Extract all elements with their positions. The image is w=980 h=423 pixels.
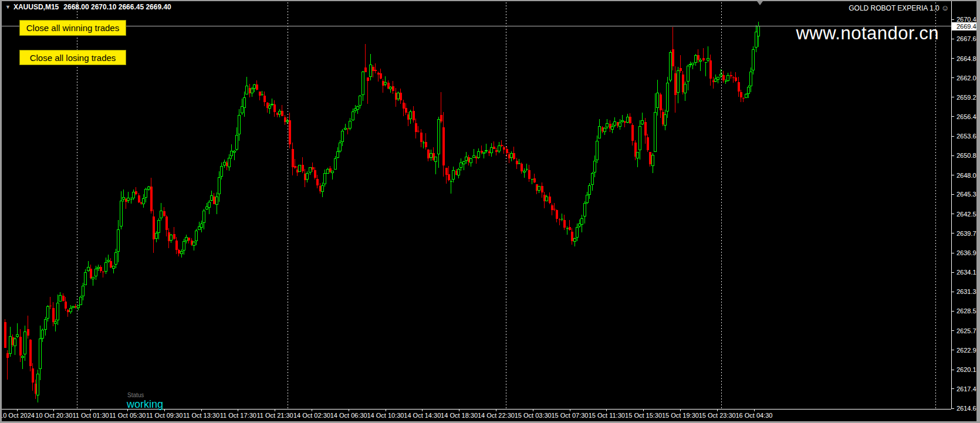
svg-text:2659.25: 2659.25	[957, 94, 976, 101]
svg-text:2650.85: 2650.85	[957, 152, 976, 159]
svg-text:2645.30: 2645.30	[957, 191, 976, 198]
svg-text:15 Oct 03:30: 15 Oct 03:30	[515, 412, 552, 419]
svg-text:14 Oct 22:30: 14 Oct 22:30	[478, 412, 515, 419]
svg-text:2625.75: 2625.75	[957, 327, 976, 334]
svg-text:11 Oct 17:30: 11 Oct 17:30	[220, 412, 256, 419]
svg-text:15 Oct 11:30: 15 Oct 11:30	[589, 412, 625, 419]
svg-text:2639.70: 2639.70	[957, 230, 976, 237]
svg-text:2648.05: 2648.05	[957, 172, 976, 179]
close-winning-trades-button[interactable]: Close all winning trades	[19, 20, 126, 36]
status-value: working	[127, 398, 163, 411]
mt4-chart-window: 2670.402667.602664.802662.002659.252656.…	[0, 0, 980, 423]
svg-text:2664.80: 2664.80	[957, 55, 976, 62]
candlestick-chart[interactable]: 2670.402667.602664.802662.002659.252656.…	[2, 1, 976, 421]
svg-text:2614.60: 2614.60	[957, 405, 976, 412]
symbol-timeframe-label: XAUUSD,M15	[13, 3, 59, 11]
status-label: Status	[127, 392, 144, 398]
robot-badge: GOLD ROBOT EXPERIA 1.0☺	[849, 4, 949, 12]
svg-text:11 Oct 05:30: 11 Oct 05:30	[109, 412, 146, 419]
svg-text:2669.40: 2669.40	[957, 23, 976, 30]
symbol-expand-icon[interactable]: ▼	[5, 4, 11, 10]
svg-text:14 Oct 18:30: 14 Oct 18:30	[441, 412, 478, 419]
svg-text:15 Oct 19:30: 15 Oct 19:30	[662, 412, 699, 419]
svg-text:2620.15: 2620.15	[957, 366, 976, 373]
svg-text:11 Oct 01:30: 11 Oct 01:30	[73, 412, 109, 419]
svg-text:14 Oct 02:30: 14 Oct 02:30	[293, 412, 330, 419]
svg-text:2662.00: 2662.00	[957, 75, 976, 82]
svg-text:10 Oct 2024: 10 Oct 2024	[2, 412, 35, 419]
svg-text:11 Oct 21:30: 11 Oct 21:30	[257, 412, 293, 419]
watermark-text: www.notandor.cn	[796, 23, 939, 44]
svg-text:15 Oct 23:30: 15 Oct 23:30	[699, 412, 736, 419]
svg-text:2653.65: 2653.65	[957, 133, 976, 140]
svg-text:2667.60: 2667.60	[957, 35, 976, 42]
svg-text:2634.10: 2634.10	[957, 269, 976, 276]
svg-text:10 Oct 20:30: 10 Oct 20:30	[35, 412, 72, 419]
svg-text:2656.45: 2656.45	[957, 113, 976, 120]
svg-text:14 Oct 10:30: 14 Oct 10:30	[367, 412, 404, 419]
svg-text:11 Oct 09:30: 11 Oct 09:30	[146, 412, 183, 419]
svg-text:2631.35: 2631.35	[957, 288, 976, 295]
close-losing-trades-button[interactable]: Close all losing trades	[19, 50, 126, 65]
svg-text:2670.40: 2670.40	[957, 16, 976, 23]
svg-text:15 Oct 15:30: 15 Oct 15:30	[625, 412, 662, 419]
chart-panel: 2670.402667.602664.802662.002659.252656.…	[2, 1, 976, 421]
svg-text:15 Oct 07:30: 15 Oct 07:30	[552, 412, 589, 419]
svg-text:2628.55: 2628.55	[957, 307, 976, 314]
svg-text:2622.95: 2622.95	[957, 347, 976, 354]
svg-text:11 Oct 13:30: 11 Oct 13:30	[183, 412, 219, 419]
svg-text:2636.90: 2636.90	[957, 249, 976, 256]
svg-text:2642.50: 2642.50	[957, 211, 976, 218]
svg-text:16 Oct 04:30: 16 Oct 04:30	[736, 412, 773, 419]
svg-text:14 Oct 14:30: 14 Oct 14:30	[404, 412, 441, 419]
smiley-icon: ☺	[941, 4, 949, 12]
svg-text:14 Oct 06:30: 14 Oct 06:30	[330, 412, 367, 419]
ohlc-values: 2668.00 2670.10 2666.45 2669.40	[63, 3, 171, 11]
chart-shift-marker-icon[interactable]	[757, 1, 763, 5]
robot-badge-label: GOLD ROBOT EXPERIA 1.0	[849, 4, 940, 12]
chart-title: ▼XAUUSD,M152668.00 2670.10 2666.45 2669.…	[5, 3, 171, 11]
svg-text:2617.40: 2617.40	[957, 385, 976, 392]
